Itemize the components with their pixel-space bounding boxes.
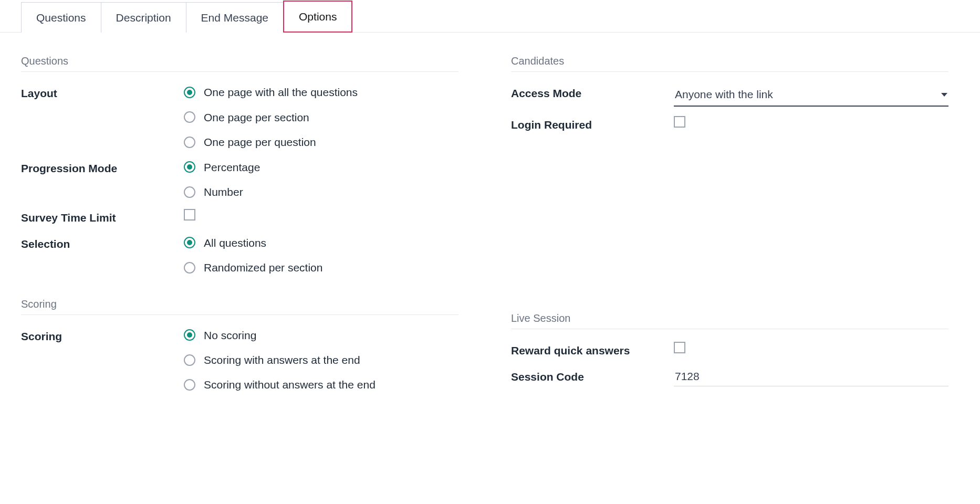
- section-title-scoring: Scoring: [21, 297, 458, 315]
- radio-icon: [184, 329, 195, 341]
- label-selection: Selection: [21, 235, 184, 251]
- radio-scoring-none[interactable]: No scoring: [184, 328, 458, 343]
- right-column: Candidates Access Mode Anyone with the l…: [511, 54, 948, 413]
- tab-end-message[interactable]: End Message: [186, 2, 284, 33]
- field-login-required: Login Required: [511, 116, 948, 132]
- section-candidates: Candidates Access Mode Anyone with the l…: [511, 54, 948, 132]
- label-reward-quick: Reward quick answers: [511, 342, 674, 358]
- radio-icon: [184, 136, 195, 148]
- radio-group-scoring: No scoring Scoring with answers at the e…: [184, 328, 458, 393]
- radio-layout-per-question[interactable]: One page per question: [184, 134, 458, 150]
- radio-icon: [184, 161, 195, 173]
- field-layout: Layout One page with all the questions O…: [21, 85, 458, 150]
- radio-icon: [184, 262, 195, 274]
- radio-progression-number[interactable]: Number: [184, 184, 458, 200]
- checkbox-time-limit[interactable]: [184, 209, 195, 220]
- chevron-down-icon: [941, 93, 947, 97]
- checkbox-reward-quick[interactable]: [674, 342, 685, 353]
- section-title-questions: Questions: [21, 54, 458, 72]
- radio-label: Scoring with answers at the end: [204, 352, 360, 368]
- radio-label: One page per question: [204, 134, 316, 150]
- left-column: Questions Layout One page with all the q…: [21, 54, 458, 413]
- field-progression-mode: Progression Mode Percentage Number: [21, 160, 458, 200]
- field-selection: Selection All questions Randomized per s…: [21, 235, 458, 276]
- field-access-mode: Access Mode Anyone with the link: [511, 85, 948, 106]
- select-value: Anyone with the link: [675, 87, 773, 102]
- radio-label: One page per section: [204, 110, 309, 125]
- tab-options[interactable]: Options: [283, 1, 352, 33]
- radio-label: One page with all the questions: [204, 85, 358, 100]
- radio-selection-random[interactable]: Randomized per section: [184, 260, 458, 275]
- options-panel: Questions Layout One page with all the q…: [0, 33, 980, 434]
- label-layout: Layout: [21, 85, 184, 101]
- spacer: [511, 153, 948, 311]
- radio-selection-all[interactable]: All questions: [184, 235, 458, 250]
- radio-group-layout: One page with all the questions One page…: [184, 85, 458, 150]
- radio-icon: [184, 379, 195, 391]
- radio-label: Number: [204, 184, 243, 200]
- label-scoring: Scoring: [21, 328, 184, 344]
- select-access-mode[interactable]: Anyone with the link: [674, 85, 948, 106]
- section-questions: Questions Layout One page with all the q…: [21, 54, 458, 275]
- radio-label: Scoring without answers at the end: [204, 377, 376, 392]
- section-title-candidates: Candidates: [511, 54, 948, 72]
- label-access-mode: Access Mode: [511, 85, 674, 101]
- section-live-session: Live Session Reward quick answers Sessio…: [511, 311, 948, 386]
- radio-group-progression: Percentage Number: [184, 160, 458, 200]
- section-title-live-session: Live Session: [511, 311, 948, 329]
- label-progression-mode: Progression Mode: [21, 160, 184, 176]
- label-session-code: Session Code: [511, 368, 674, 384]
- radio-icon: [184, 237, 195, 248]
- radio-progression-percentage[interactable]: Percentage: [184, 160, 458, 175]
- field-scoring: Scoring No scoring Scoring with answers …: [21, 328, 458, 393]
- radio-label: Randomized per section: [204, 260, 322, 275]
- radio-label: All questions: [204, 235, 266, 250]
- label-time-limit: Survey Time Limit: [21, 209, 184, 225]
- field-session-code: Session Code: [511, 368, 948, 386]
- label-login-required: Login Required: [511, 116, 674, 132]
- field-time-limit: Survey Time Limit: [21, 209, 458, 225]
- tabs: Questions Description End Message Option…: [0, 0, 980, 33]
- radio-label: Percentage: [204, 160, 260, 175]
- tab-questions[interactable]: Questions: [21, 2, 101, 33]
- radio-scoring-with-answers[interactable]: Scoring with answers at the end: [184, 352, 458, 368]
- radio-icon: [184, 354, 195, 366]
- section-scoring: Scoring Scoring No scoring Scoring with …: [21, 297, 458, 393]
- radio-scoring-without-answers[interactable]: Scoring without answers at the end: [184, 377, 458, 392]
- radio-label: No scoring: [204, 328, 256, 343]
- radio-group-selection: All questions Randomized per section: [184, 235, 458, 276]
- radio-icon: [184, 111, 195, 123]
- radio-icon: [184, 87, 195, 98]
- tab-description[interactable]: Description: [101, 2, 186, 33]
- radio-icon: [184, 186, 195, 198]
- field-reward-quick: Reward quick answers: [511, 342, 948, 358]
- radio-layout-one-page-all[interactable]: One page with all the questions: [184, 85, 458, 100]
- input-session-code[interactable]: [674, 368, 948, 386]
- checkbox-login-required[interactable]: [674, 116, 685, 128]
- radio-layout-per-section[interactable]: One page per section: [184, 110, 458, 125]
